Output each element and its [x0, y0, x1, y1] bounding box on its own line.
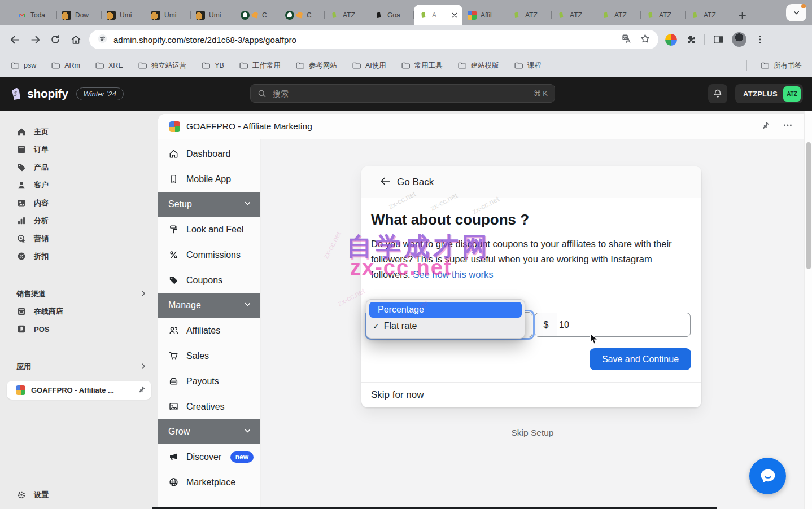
bookmark-folder[interactable]: psw [10, 61, 36, 71]
pin-icon[interactable] [137, 385, 146, 396]
bookmark-folder[interactable]: 课程 [514, 61, 542, 71]
account-menu[interactable]: ATZPLUS ATZ [735, 84, 803, 103]
nav-section-setup[interactable]: Setup [158, 192, 260, 217]
nav-item-marketplace[interactable]: Marketplace [158, 469, 260, 495]
sales-channels-section[interactable]: 销售渠道 [0, 286, 158, 302]
bookmark-folder[interactable]: 参考网站 [295, 61, 337, 71]
see-how-this-works-link[interactable]: See how this works [413, 269, 493, 279]
browser-tab-active[interactable]: A [414, 5, 462, 25]
all-bookmarks-folder[interactable]: 所有书签 [746, 60, 802, 71]
browser-tab[interactable]: ATZ [641, 5, 686, 25]
coupon-amount-input[interactable] [557, 320, 690, 330]
browser-tab[interactable]: Affil [462, 5, 507, 25]
nav-item-payouts[interactable]: Payouts [158, 368, 260, 394]
skip-setup-button[interactable]: Skip Setup [261, 428, 804, 438]
reload-button[interactable] [49, 33, 62, 46]
scrollbar[interactable] [804, 111, 812, 509]
sidebar-item-analytics[interactable]: 分析 [0, 212, 158, 230]
bookmark-folder[interactable]: ARm [51, 61, 80, 71]
go-back-button[interactable]: Go Back [397, 177, 434, 188]
coupon-amount-field[interactable]: $ [535, 313, 691, 337]
close-tab-icon[interactable] [452, 10, 457, 20]
sidebar-item-content[interactable]: 内容 [0, 194, 158, 212]
nav-item-mobile-app[interactable]: Mobile App [158, 166, 260, 192]
extension-color-wheel-icon[interactable] [665, 34, 677, 46]
tab-title: ATZ [704, 11, 725, 19]
browser-tab[interactable]: C [235, 5, 280, 25]
nav-item-sales[interactable]: Sales [158, 343, 260, 368]
bookmark-folder[interactable]: 建站模版 [457, 61, 499, 71]
sidebar-item-home[interactable]: 主页 [0, 123, 158, 141]
browser-tab[interactable]: Toda [12, 5, 57, 25]
browser-tab[interactable]: Umi [102, 5, 146, 25]
browser-tab[interactable]: ATZ [552, 5, 596, 25]
bookmark-folder[interactable]: YB [201, 61, 224, 71]
sidebar-item-discounts[interactable]: 折扣 [0, 248, 158, 266]
sidebar-item-settings[interactable]: 设置 [0, 490, 158, 500]
nav-item-commissions[interactable]: Commissions [158, 242, 260, 267]
notifications-button[interactable] [708, 84, 727, 103]
nav-item-dashboard[interactable]: Dashboard [158, 141, 260, 166]
sidebar-item-goaffpro-app[interactable]: GOAFFPRO - Affiliate ... [7, 381, 151, 400]
check-icon: ✓ [373, 322, 379, 331]
side-panel-icon[interactable] [711, 33, 725, 46]
pin-icon[interactable] [761, 121, 770, 133]
browser-menu-kebab-icon[interactable] [753, 33, 767, 46]
tab-search-chevron-button[interactable] [786, 4, 806, 21]
sidebar-item-pos[interactable]: POS [0, 321, 158, 339]
browser-tab[interactable]: ATZ [325, 5, 369, 25]
shopify-logo[interactable]: shopify [9, 86, 68, 102]
sidebar-item-online-store[interactable]: 在线商店 [0, 302, 158, 321]
browser-tab[interactable]: Umi [146, 5, 191, 25]
scrollbar-thumb[interactable] [806, 142, 811, 269]
search-input[interactable] [272, 89, 529, 99]
dropdown-option-flat-rate[interactable]: ✓ Flat rate [369, 318, 522, 335]
sidebar-item-products[interactable]: 产品 [0, 159, 158, 177]
browser-tab[interactable]: C [280, 5, 325, 25]
nav-item-affiliates[interactable]: Affiliates [158, 318, 260, 343]
skip-for-now-button[interactable]: Skip for now [371, 389, 424, 401]
sidebar-item-marketing[interactable]: 营销 [0, 230, 158, 248]
profile-avatar[interactable] [732, 32, 746, 47]
browser-tab[interactable]: ATZ [686, 5, 730, 25]
back-button[interactable] [8, 33, 21, 46]
browser-tab[interactable]: Umi [191, 5, 235, 25]
app-menu-meatballs-icon[interactable] [783, 120, 793, 133]
nav-item-creatives[interactable]: Creatives [158, 394, 260, 419]
forward-button[interactable] [28, 33, 42, 46]
save-and-continue-button[interactable]: Save and Continue [590, 348, 691, 370]
nav-item-discover[interactable]: Discover new [158, 444, 260, 469]
url-text: admin.shopify.com/store/2d1c68-3/apps/go… [113, 35, 296, 45]
apps-section[interactable]: 应用 [0, 358, 158, 375]
nav-section-grow[interactable]: Grow [158, 419, 260, 444]
shopify-dark-favicon-icon [374, 11, 383, 20]
bookmark-folder[interactable]: XRE [95, 61, 123, 71]
admin-search-bar[interactable]: ⌘ K [250, 84, 555, 103]
browser-tab[interactable]: Goa [369, 5, 414, 25]
bookmark-folder[interactable]: 独立站运营 [138, 61, 187, 71]
bookmark-folder[interactable]: 常用工具 [401, 61, 443, 71]
chevron-down-icon [244, 427, 251, 437]
nav-item-look-and-feel[interactable]: Look and Feel [158, 217, 260, 242]
extensions-puzzle-icon[interactable] [684, 33, 697, 46]
address-bar[interactable]: admin.shopify.com/store/2d1c68-3/apps/go… [89, 30, 658, 49]
home-button[interactable] [69, 33, 82, 46]
sidebar-item-orders[interactable]: 订单 [0, 141, 158, 159]
bookmark-folder[interactable]: 工作常用 [239, 61, 281, 71]
nav-section-manage[interactable]: Manage [158, 293, 260, 318]
new-tab-button[interactable] [734, 7, 750, 24]
storefront-icon [16, 306, 27, 317]
bookmark-folder[interactable]: AI使用 [352, 61, 386, 71]
target-cursor-icon [16, 234, 27, 244]
browser-tab[interactable]: ATZ [596, 5, 641, 25]
browser-tab[interactable]: Dow [57, 5, 102, 25]
site-info-icon[interactable] [97, 33, 108, 46]
nav-item-coupons[interactable]: Coupons [158, 267, 260, 293]
back-arrow-icon[interactable] [380, 177, 391, 188]
translate-icon[interactable] [621, 33, 632, 46]
bookmark-star-icon[interactable] [640, 33, 651, 46]
support-chat-button[interactable] [749, 458, 786, 494]
dropdown-option-percentage[interactable]: Percentage [369, 302, 522, 318]
browser-tab[interactable]: ATZ [507, 5, 552, 25]
sidebar-item-customers[interactable]: 客户 [0, 177, 158, 195]
